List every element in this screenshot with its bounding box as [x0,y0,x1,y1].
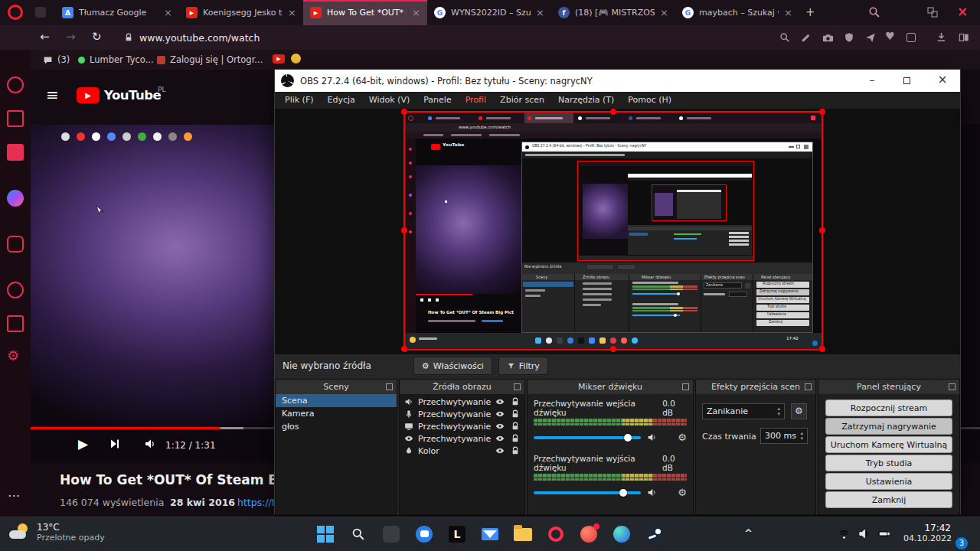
duration-spinner[interactable]: 300 ms ▴▾ [760,428,808,444]
bookmark-lumber[interactable]: Lumber Tyco... [78,53,154,67]
menu-pomoc[interactable]: Pomoc (H) [621,92,678,109]
dock-popout-icon[interactable] [949,383,956,390]
lock-icon[interactable] [511,446,520,455]
tab-mistrzost[interactable]: f (18) [🎮 MISTRZOST × [551,0,675,25]
transition-select[interactable]: Zanikanie ▴▾ [702,403,785,419]
controls-dock-header[interactable]: Panel sterujący [818,380,959,394]
weather-widget[interactable]: 13°C Przelotne opady [8,522,105,545]
tab-search-icon[interactable] [868,6,880,18]
minimize-button[interactable]: – [854,70,890,92]
tab-google-translate[interactable]: A Tłumacz Google × [55,0,179,25]
tray-expand-chevron[interactable]: ^ [744,527,753,539]
tab-close-icon[interactable]: × [288,7,296,18]
studio-mode-button[interactable]: Tryb studia [825,455,952,471]
forward-icon[interactable]: → [66,30,76,44]
file-explorer-icon[interactable] [511,523,534,546]
panels-toggle-icon[interactable] [959,32,969,43]
bookmark-favicon-youtube[interactable]: ▶ [273,54,285,64]
menu-zbior-scen[interactable]: Zbiór scen [493,92,551,109]
menu-narzedzia[interactable]: Narzędzia (T) [551,92,621,109]
start-stream-button[interactable]: Rozpocznij stream [825,399,952,416]
menu-edycja[interactable]: Edycja [321,92,362,109]
transitions-dock-header[interactable]: Efekty przejścia scen [696,380,815,394]
obs-title-bar[interactable]: OBS 27.2.4 (64-bit, windows) - Profil: B… [275,70,960,92]
lock-icon[interactable] [511,422,520,431]
visibility-eye-icon[interactable] [495,409,505,419]
gx-corner-icon[interactable] [7,77,24,93]
opera-logo-icon[interactable] [8,5,23,20]
preview-capture-source[interactable]: www.youtube.com/watch You [405,112,822,349]
tab-close-icon[interactable]: × [660,7,668,18]
properties-button[interactable]: ⚙ Właściwości [413,357,492,375]
url-text[interactable]: www.youtube.com/watch [139,32,260,44]
twitch-icon[interactable] [7,144,24,161]
mail-app-icon[interactable] [479,523,501,546]
dock-popout-icon[interactable] [386,383,393,390]
sidebar-more-icon[interactable]: ⋯ [8,488,20,503]
tab-close-icon[interactable]: × [536,7,544,18]
virtual-camera-button[interactable]: Uruchom Kamerę Wirtualną [825,436,952,453]
dock-popout-icon[interactable] [805,383,812,390]
dark-app-icon[interactable] [380,523,403,546]
zoom-icon[interactable] [779,32,790,43]
menu-profil[interactable]: Profil [459,92,493,109]
send-icon[interactable] [865,32,876,43]
volume-slider[interactable] [534,491,641,494]
close-button[interactable]: × [925,70,960,92]
lock-icon[interactable] [511,409,520,419]
channel-gear-icon[interactable]: ⚙ [678,432,687,443]
tab-tiling-icon[interactable] [926,6,939,18]
messenger-icon[interactable] [7,190,24,207]
scenes-dock-header[interactable]: Sceny [276,380,397,394]
window-close-button[interactable]: × [957,4,968,19]
player-box-icon[interactable] [7,315,24,332]
maximize-button[interactable] [890,70,925,92]
steam-icon[interactable] [643,523,666,546]
play-button-icon[interactable]: ▶ [78,436,88,452]
bookmark-favicon-emoji[interactable] [291,54,301,64]
edge-browser-icon[interactable] [610,523,633,546]
heart-icon[interactable]: ♥ [885,30,895,42]
mute-speaker-icon[interactable] [647,487,657,497]
mute-speaker-icon[interactable] [647,432,657,442]
chat-app-icon[interactable] [413,523,436,546]
lock-icon[interactable] [511,397,520,406]
tab-close-icon[interactable]: × [412,7,420,18]
vpn-shield-icon[interactable] [844,32,854,43]
settings-gear-icon[interactable]: ⚙ [7,347,19,364]
volume-icon[interactable] [144,438,156,450]
volume-slider[interactable] [534,436,641,439]
history-clock-icon[interactable] [7,282,24,298]
reload-icon[interactable]: ↻ [92,30,102,44]
menu-panele[interactable]: Panele [416,92,458,109]
source-item[interactable]: Przechwytywanie [400,420,524,432]
visibility-eye-icon[interactable] [495,397,505,406]
transition-gear-button[interactable]: ⚙ [791,403,807,419]
notification-badge[interactable]: 3 [956,537,968,549]
exit-button[interactable]: Zamknij [825,491,952,508]
download-icon[interactable] [936,31,947,43]
menu-plik[interactable]: Plik (F) [278,92,321,109]
new-tab-button[interactable]: + [805,5,815,19]
scene-item[interactable]: głos [276,420,397,433]
tv-icon[interactable] [7,110,24,127]
edit-icon[interactable] [801,32,812,43]
tab-close-icon[interactable]: × [784,7,792,18]
sources-dock-header[interactable]: Źródła obrazu [400,380,524,394]
tab-koenigsegg[interactable]: ▶ Koenigsegg Jesko to × [179,0,303,25]
channel-gear-icon[interactable]: ⚙ [678,487,687,498]
pinned-tabs-icon[interactable] [35,7,46,18]
mixer-dock-header[interactable]: Mikser dźwięku [528,380,693,394]
menu-widok[interactable]: Widok (V) [362,92,416,109]
extension-box-icon[interactable] [906,33,916,42]
tab-wyns2022[interactable]: G WYNS2022ID – Szuk × [427,0,551,25]
bookmark-chat[interactable]: (3) [43,53,70,67]
source-item[interactable]: Przechwytywanie [400,432,524,445]
visibility-eye-icon[interactable] [495,446,505,455]
back-icon[interactable]: ← [40,30,50,44]
bookmark-ortograf[interactable]: Zaloguj się | Ortogr... [157,53,263,67]
source-item[interactable]: Przechwytywanie [400,396,524,408]
scene-item[interactable]: Scena [276,394,397,407]
start-button[interactable] [314,523,337,546]
source-item[interactable]: Przechwytywanie [400,408,524,420]
